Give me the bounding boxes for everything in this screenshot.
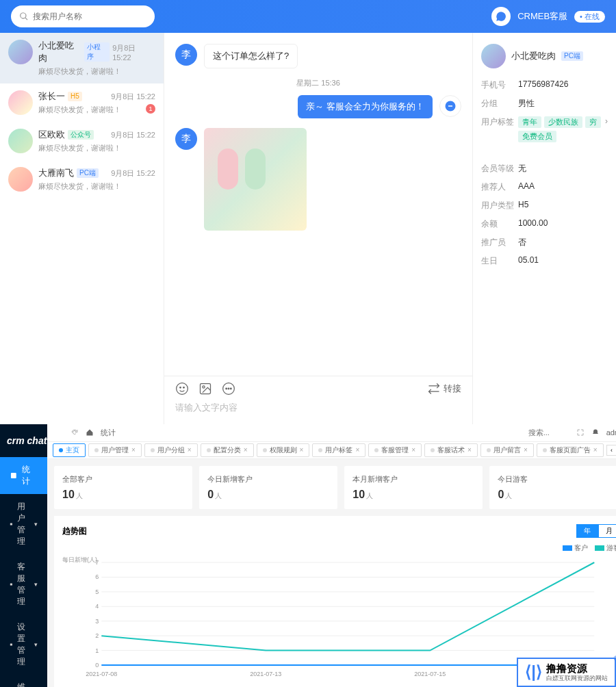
contact-item[interactable]: 小北爱吃肉 小程序 9月8日 15:22 麻烦尽快发货，谢谢啦！ <box>0 33 164 83</box>
svg-point-8 <box>228 388 229 389</box>
close-icon[interactable]: × <box>131 446 136 454</box>
contact-time: 9月8日 15:22 <box>111 130 155 140</box>
svg-point-1 <box>177 383 188 395</box>
menu-item-home[interactable]: 统计 <box>0 457 47 494</box>
transfer-button[interactable]: 转接 <box>427 382 461 396</box>
emoji-icon[interactable] <box>175 382 189 396</box>
chevron-right-icon[interactable]: › <box>605 116 608 142</box>
svg-rect-13 <box>10 643 12 645</box>
stat-card: 今日游客0人 <box>489 466 616 509</box>
stat-card: 全部客户10人 <box>54 466 192 509</box>
status-badge[interactable]: • 在线 <box>574 11 605 23</box>
legend-customer: 客户 <box>574 543 588 553</box>
chart-title: 趋势图 <box>62 526 87 537</box>
admin-tab[interactable]: 用户管理× <box>88 443 142 457</box>
agent-icon <box>444 100 457 112</box>
chat-toolbar: 转接 <box>164 376 472 401</box>
home-icon[interactable] <box>86 428 94 437</box>
contact-item[interactable]: 张长一 H5 9月8日 15:22 麻烦尽快发货，谢谢啦！ 1 <box>0 83 164 122</box>
profile-field-value: 男性 <box>518 98 608 109</box>
user-tag[interactable]: 免费会员 <box>518 131 556 142</box>
profile-source-tag: PC端 <box>561 51 583 61</box>
profile-panel: 小北爱吃肉 PC端 手机号17756987426分组男性 用户标签 青年少数民族… <box>472 33 616 424</box>
admin-user[interactable]: admin <box>606 428 616 437</box>
contact-item[interactable]: 区欧欧 公众号 9月8日 15:22 麻烦尽快发货，谢谢啦！ <box>0 122 164 160</box>
admin-topbar: 统计 admin <box>47 424 616 442</box>
more-icon[interactable] <box>222 382 235 396</box>
admin-tab[interactable]: 用户分组× <box>144 443 198 457</box>
search-input[interactable] <box>33 12 146 21</box>
menu-item-wrench[interactable]: 维护管理▾ <box>0 675 47 687</box>
svg-text:2021-07-13: 2021-07-13 <box>250 671 281 677</box>
gear-icon <box>10 640 13 649</box>
menu-collapse-icon[interactable] <box>55 428 64 437</box>
svg-text:5: 5 <box>95 588 99 595</box>
contacts-list: 小北爱吃肉 小程序 9月8日 15:22 麻烦尽快发货，谢谢啦！ 张长一 H5 … <box>0 33 164 424</box>
chevron-down-icon: ▾ <box>34 641 38 648</box>
stat-label: 今日游客 <box>498 474 616 484</box>
stat-value: 10 <box>352 489 365 500</box>
profile-field-label: 余额 <box>481 218 518 230</box>
toggle-year[interactable]: 年 <box>576 524 598 538</box>
toggle-month[interactable]: 月 <box>598 524 616 538</box>
close-icon[interactable]: × <box>244 446 248 454</box>
contact-source-tag: PC端 <box>77 168 99 178</box>
refresh-icon[interactable] <box>70 428 79 437</box>
menu-item-user[interactable]: 用户管理▾ <box>0 494 47 554</box>
admin-tab[interactable]: 客服管理× <box>368 443 422 457</box>
close-icon[interactable]: × <box>355 446 359 454</box>
tab-prev[interactable]: ‹ <box>606 445 616 456</box>
image-icon[interactable] <box>198 382 212 396</box>
message-image: 李 <box>175 128 461 231</box>
admin-tab[interactable]: 客服页面广告× <box>537 443 604 457</box>
close-icon[interactable]: × <box>593 446 598 454</box>
profile-avatar <box>481 44 506 68</box>
fullscreen-icon[interactable] <box>576 428 585 437</box>
transfer-icon <box>427 382 441 396</box>
contact-preview: 麻烦尽快发货，谢谢啦！ <box>38 181 155 192</box>
menu-item-gear[interactable]: 设置管理▾ <box>0 614 47 675</box>
admin-search-input[interactable] <box>528 428 569 437</box>
user-tag[interactable]: 少数民族 <box>544 116 582 128</box>
contact-name: 大雁南飞 <box>38 167 74 179</box>
search-box[interactable] <box>11 5 155 27</box>
stat-value: 0 <box>498 489 504 500</box>
agent-avatar[interactable] <box>491 7 511 26</box>
contact-preview: 麻烦尽快发货，谢谢啦！ <box>38 66 155 77</box>
svg-point-3 <box>183 387 185 389</box>
contact-source-tag: 公众号 <box>68 130 94 140</box>
bell-icon[interactable] <box>591 428 600 437</box>
chart-toggle[interactable]: 年 月 <box>576 524 616 538</box>
close-icon[interactable]: × <box>188 446 192 454</box>
contact-item[interactable]: 大雁南飞 PC端 9月8日 15:22 麻烦尽快发货，谢谢啦！ <box>0 160 164 198</box>
admin-tab[interactable]: 用户留言× <box>480 443 534 457</box>
admin-panel: crm chat 统计用户管理▾客服管理▾设置管理▾维护管理▾ 统计 admin… <box>0 424 616 687</box>
admin-tab[interactable]: 权限规则× <box>257 443 310 457</box>
menu-item-chat[interactable]: 客服管理▾ <box>0 554 47 614</box>
close-icon[interactable]: × <box>467 446 472 454</box>
user-tag[interactable]: 青年 <box>518 116 541 128</box>
svg-point-7 <box>226 388 227 389</box>
svg-text:3: 3 <box>95 618 99 625</box>
message-in: 李 这个订单怎么样了? <box>175 44 461 68</box>
profile-field-label: 手机号 <box>481 79 518 91</box>
svg-text:2021-07-15: 2021-07-15 <box>414 671 446 677</box>
admin-tab[interactable]: 用户标签× <box>312 443 365 457</box>
close-icon[interactable]: × <box>411 446 415 454</box>
contact-avatar <box>8 129 33 153</box>
message-input[interactable] <box>175 402 461 413</box>
image-attachment[interactable] <box>204 128 307 231</box>
contact-time: 9月8日 15:22 <box>111 92 155 102</box>
stat-value: 0 <box>207 489 214 500</box>
close-icon[interactable]: × <box>300 446 304 454</box>
home-icon <box>10 471 18 480</box>
close-icon[interactable]: × <box>524 446 528 454</box>
admin-tab[interactable]: 客服话术× <box>424 443 478 457</box>
user-tag[interactable]: 穷 <box>585 116 601 128</box>
breadcrumb: 统计 <box>101 428 116 438</box>
user-icon <box>10 520 13 528</box>
admin-tab[interactable]: 主页 <box>53 443 86 457</box>
svg-text:6: 6 <box>95 573 99 580</box>
admin-tab[interactable]: 配置分类× <box>201 443 254 457</box>
contact-time: 9月8日 15:22 <box>112 43 155 62</box>
